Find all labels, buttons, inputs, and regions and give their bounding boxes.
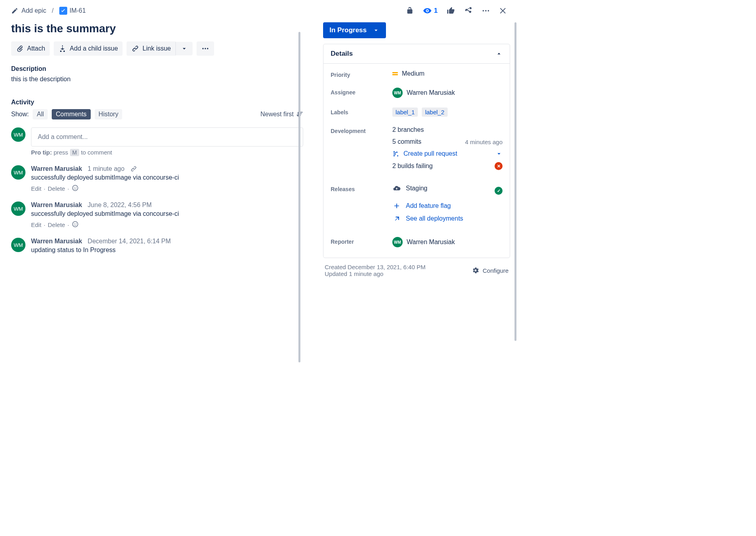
svg-point-7 bbox=[74, 187, 74, 188]
assignee-value[interactable]: WM Warren Marusiak bbox=[392, 88, 503, 98]
comment-text: successfully deployed submitImage via co… bbox=[31, 174, 303, 181]
comment-time: June 8, 2022, 4:56 PM bbox=[88, 201, 152, 209]
details-title: Details bbox=[331, 50, 353, 58]
issue-main-panel: this is the summary Attach Add a child i… bbox=[0, 18, 314, 361]
svg-point-1 bbox=[485, 10, 487, 12]
issue-header: Add epic / IM-61 1 bbox=[0, 0, 517, 18]
comment-author[interactable]: Warren Marusiak bbox=[31, 201, 82, 209]
comment-delete[interactable]: Delete bbox=[48, 185, 65, 192]
priority-label: Priority bbox=[331, 70, 392, 78]
priority-value[interactable]: Medium bbox=[392, 70, 503, 77]
comment-text: successfully deployed submitImage via co… bbox=[31, 210, 303, 217]
more-horizontal-icon bbox=[201, 45, 209, 53]
create-pr-link[interactable]: Create pull request bbox=[392, 150, 457, 157]
like-button[interactable] bbox=[446, 6, 455, 15]
breadcrumb-separator: / bbox=[52, 7, 53, 14]
comment-actions: Edit · Delete · bbox=[31, 184, 303, 193]
details-toggle[interactable]: Details bbox=[323, 44, 510, 64]
chevron-down-icon bbox=[372, 27, 380, 34]
action-overflow-button[interactable] bbox=[197, 41, 214, 56]
quick-actions: Attach Add a child issue Link issue bbox=[11, 41, 303, 56]
description-heading: Description bbox=[11, 65, 303, 72]
commits-link[interactable]: 5 commits bbox=[392, 138, 421, 145]
comment-edit[interactable]: Edit bbox=[31, 185, 41, 192]
chevron-up-icon bbox=[495, 50, 503, 57]
labels-label: Labels bbox=[331, 108, 392, 115]
tab-history[interactable]: History bbox=[95, 109, 123, 119]
right-scrollbar[interactable] bbox=[514, 22, 516, 341]
lock-button[interactable] bbox=[405, 6, 414, 15]
left-scrollbar[interactable] bbox=[298, 32, 300, 362]
reporter-label: Reporter bbox=[331, 237, 392, 245]
comment-protip: Pro tip: press M to comment bbox=[31, 149, 303, 156]
attach-button[interactable]: Attach bbox=[11, 41, 50, 56]
issue-type-task-icon bbox=[59, 7, 67, 15]
branches-link[interactable]: 2 branches bbox=[392, 126, 424, 133]
comment-text: updating status to In Progress bbox=[31, 246, 303, 254]
add-epic-label: Add epic bbox=[21, 7, 46, 14]
comment-author[interactable]: Warren Marusiak bbox=[31, 165, 82, 172]
comment-author[interactable]: Warren Marusiak bbox=[31, 238, 82, 245]
reporter-value[interactable]: WM Warren Marusiak bbox=[392, 237, 503, 247]
comment-react[interactable] bbox=[72, 221, 79, 229]
activity-heading: Activity bbox=[11, 99, 303, 106]
add-feature-flag[interactable]: Add feature flag bbox=[392, 202, 503, 210]
link-issue-label: Link issue bbox=[142, 45, 171, 52]
emoji-icon bbox=[72, 184, 79, 192]
configure-link[interactable]: Configure bbox=[472, 264, 509, 277]
unlock-icon bbox=[405, 6, 414, 15]
link-icon[interactable] bbox=[130, 165, 137, 172]
attach-label: Attach bbox=[27, 45, 45, 52]
child-issue-icon bbox=[58, 45, 66, 53]
comment: WM Warren Marusiak June 8, 2022, 4:56 PM… bbox=[11, 201, 303, 229]
configure-label: Configure bbox=[483, 267, 509, 274]
label-chip[interactable]: label_1 bbox=[392, 108, 418, 117]
header-actions: 1 bbox=[405, 6, 508, 15]
add-child-button[interactable]: Add a child issue bbox=[54, 41, 123, 56]
watchers-button[interactable]: 1 bbox=[423, 6, 438, 15]
more-actions-button[interactable] bbox=[481, 6, 490, 15]
see-all-deployments[interactable]: See all deployments bbox=[392, 215, 503, 223]
share-button[interactable] bbox=[464, 6, 473, 15]
tab-all[interactable]: All bbox=[33, 109, 48, 119]
status-dropdown[interactable]: In Progress bbox=[323, 22, 386, 38]
comment-react[interactable] bbox=[72, 184, 79, 193]
pencil-icon bbox=[11, 7, 18, 14]
comment-actions: Edit · Delete · bbox=[31, 221, 303, 229]
priority-medium-icon bbox=[392, 72, 398, 75]
emoji-icon bbox=[72, 221, 79, 228]
build-fail-icon: ✕ bbox=[495, 162, 503, 170]
release-staging[interactable]: Staging bbox=[406, 185, 427, 192]
summary-title[interactable]: this is the summary bbox=[11, 22, 303, 35]
issue-side-panel: In Progress Details Priority Medium bbox=[314, 18, 517, 361]
builds-status[interactable]: 2 builds failing bbox=[392, 162, 433, 170]
add-child-label: Add a child issue bbox=[70, 45, 118, 52]
comment-time: 1 minute ago bbox=[88, 165, 125, 172]
activity-tabs: Show: All Comments History bbox=[11, 109, 122, 119]
sort-newest-first[interactable]: Newest first bbox=[260, 111, 303, 118]
svg-point-9 bbox=[72, 221, 78, 227]
svg-point-10 bbox=[74, 223, 74, 224]
link-issue-button[interactable]: Link issue bbox=[127, 41, 175, 56]
pull-request-icon bbox=[392, 150, 399, 157]
labels-value[interactable]: label_1 label_2 bbox=[392, 108, 503, 117]
comment-delete[interactable]: Delete bbox=[48, 221, 65, 228]
comment-input[interactable]: Add a comment... bbox=[31, 127, 303, 147]
label-chip[interactable]: label_2 bbox=[422, 108, 447, 117]
comment-edit[interactable]: Edit bbox=[31, 221, 41, 228]
svg-point-8 bbox=[76, 187, 76, 188]
chevron-down-icon bbox=[181, 45, 188, 52]
tab-comments[interactable]: Comments bbox=[52, 109, 90, 119]
issue-key-link[interactable]: IM-61 bbox=[59, 7, 86, 15]
release-ok-icon: ✓ bbox=[495, 187, 503, 195]
description-text[interactable]: this is the description bbox=[11, 76, 303, 83]
close-button[interactable] bbox=[499, 6, 508, 15]
arrow-up-right-icon bbox=[393, 215, 401, 223]
add-epic-link[interactable]: Add epic bbox=[11, 7, 46, 14]
svg-point-5 bbox=[207, 48, 208, 49]
more-horizontal-icon bbox=[481, 6, 490, 15]
status-label: In Progress bbox=[329, 26, 367, 34]
link-issue-dropdown[interactable] bbox=[175, 42, 193, 55]
chevron-down-icon[interactable] bbox=[495, 150, 503, 157]
svg-point-0 bbox=[483, 10, 484, 12]
